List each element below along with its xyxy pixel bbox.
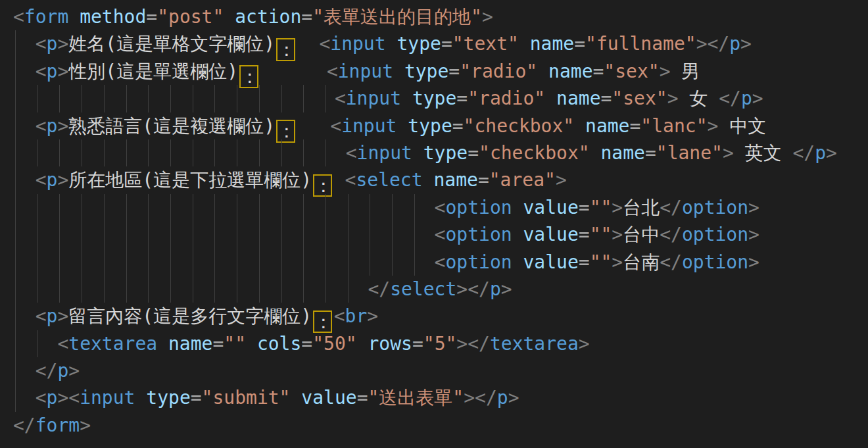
token-punctuation: > [579,333,590,355]
indent-guide [392,194,393,221]
indent-guide [303,139,304,166]
indent-guide [259,85,260,112]
indent-guide [59,85,60,112]
code-line[interactable]: </select></p> [0,276,868,303]
token-whitespace [260,61,327,82]
indent-guide [392,221,393,248]
token-punctuation: < [334,305,345,327]
code-line[interactable]: </p> [0,357,868,384]
code-line[interactable]: <option value="">台中</option> [0,221,868,248]
indent-guide [82,194,82,221]
indent-guide [414,221,415,248]
token-attribute-name: name [519,33,574,55]
indent-guide [126,221,127,248]
token-string: "" [590,224,612,245]
token-string: "5" [423,333,457,355]
indent-guide [281,276,282,303]
indent-guide [37,85,38,112]
code-line[interactable]: <textarea name="" cols="50" rows="5"></t… [0,330,868,357]
token-punctuation: < [319,33,330,55]
indent-guide [126,194,127,221]
token-attribute-name: name [423,169,478,191]
token-punctuation: > [508,387,519,409]
token-indent [13,278,368,300]
indent-guide [259,276,260,303]
indent-guide [370,221,370,248]
code-line[interactable]: <p>所在地區(這是下拉選單欄位)： <select name="area"> [0,166,868,193]
token-string: "表單送出的目的地" [312,6,482,28]
indent-guide [82,276,82,303]
token-string: "" [224,333,246,355]
token-tag-name: select [356,169,422,191]
code-line[interactable]: <p>熟悉語言(這是複選欄位)： <input type="checkbox" … [0,112,868,139]
code-line[interactable]: <p>性別(這是單選欄位)： <input type="radio" name=… [0,58,868,85]
token-punctuation: < [36,387,47,409]
token-equals: = [593,61,604,82]
token-attribute-name: type [393,61,448,82]
token-punctuation: > [667,87,679,109]
indent-guide [259,249,260,276]
token-indent [13,333,57,355]
code-line[interactable]: <p>留言內容(這是多行文字欄位)：<br> [0,303,868,330]
indent-guide [59,249,60,276]
code-line[interactable]: <input type="checkbox" name="lane"> 英文 <… [0,139,868,166]
code-line[interactable]: <input type="radio" name="sex"> 女 </p> [0,85,868,112]
token-punctuation: </ [36,360,58,382]
token-text: 留言內容(這是多行文字欄位) [68,305,312,327]
indent-guide [193,194,193,221]
indent-guide [82,249,82,276]
token-equals: = [301,6,312,28]
indent-guide [259,139,260,166]
code-editor[interactable]: <form method="post" action="表單送出的目的地"> <… [0,0,868,448]
token-punctuation: </ [660,251,682,273]
token-attribute-name: type [412,142,468,164]
token-punctuation: > [367,305,378,327]
code-line[interactable]: <option value="">台北</option> [0,194,868,221]
indent-guide [59,276,60,303]
token-punctuation: > [826,142,837,164]
indent-guide [15,221,16,248]
token-tag-name: p [729,33,740,55]
indent-guide [303,276,304,303]
token-string: "lane" [656,142,723,164]
token-attribute-name: action [224,6,301,28]
token-attribute-name: name [537,61,592,82]
code-line[interactable]: <p>姓名(這是單格文字欄位)： <input type="text" name… [0,30,868,57]
code-line[interactable]: <option value="">台南</option> [0,249,868,276]
indent-guide [348,249,349,276]
token-equals: = [357,387,368,409]
token-equals: = [601,87,612,109]
token-string: "radio" [460,61,537,82]
token-tag-name: option [445,224,512,245]
indent-guide [237,276,237,303]
token-tag-name: select [390,278,456,300]
token-text: 女 [679,87,719,109]
token-punctuation: > [612,197,623,218]
indent-guide [104,85,105,112]
indent-guide [193,139,193,166]
token-string: "送出表單" [368,387,464,409]
indent-guide [348,221,349,248]
code-line[interactable]: <p><input type="submit" value="送出表單"></p… [0,384,868,411]
token-equals: = [212,333,224,355]
token-punctuation: < [330,115,341,137]
token-tag-name: p [490,278,501,300]
token-equals: = [629,115,640,137]
indent-guide [15,85,16,112]
token-punctuation: > [612,224,623,245]
code-line[interactable]: <form method="post" action="表單送出的目的地"> [0,3,868,30]
indent-guide [303,249,304,276]
indent-guide [15,330,16,357]
indent-guide [348,276,349,303]
indent-guide [303,85,304,112]
indent-guide [104,194,105,221]
token-tag-name: option [682,251,748,273]
token-indent [13,360,36,382]
token-punctuation: > [748,197,760,218]
code-line[interactable]: </form> [0,412,868,439]
token-text: 熟悉語言(這是複選欄位) [68,115,275,137]
token-punctuation: </ [793,142,815,164]
token-punctuation: > [68,360,80,382]
indent-guide [326,85,326,112]
token-attribute-name: cols [246,333,301,355]
